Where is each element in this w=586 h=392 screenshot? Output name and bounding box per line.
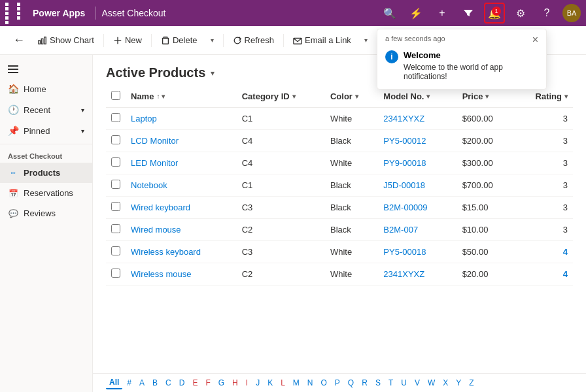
notif-title: Welcome: [404, 50, 538, 60]
row-name[interactable]: Wired keyboard: [126, 197, 237, 219]
rating-sort-icon[interactable]: ▾: [564, 93, 568, 100]
category-sort-icon[interactable]: ▾: [292, 93, 296, 100]
grid-icon[interactable]: [5, 3, 27, 24]
home-icon: 🏠: [8, 84, 18, 94]
pin-icon: 📌: [8, 125, 18, 136]
pagination-letter[interactable]: H: [229, 377, 241, 389]
name-sort-icon[interactable]: ↑ ▾: [156, 93, 165, 100]
row-checkbox[interactable]: [106, 241, 126, 263]
pagination-letter[interactable]: R: [358, 377, 371, 389]
pagination-letter[interactable]: P: [332, 377, 343, 389]
row-rating: 3: [514, 152, 573, 174]
pagination-letter[interactable]: I: [243, 377, 251, 389]
pagination-letter[interactable]: A: [136, 377, 148, 389]
pagination-letter[interactable]: Q: [345, 377, 357, 389]
new-button[interactable]: New: [108, 33, 147, 48]
pagination-letter[interactable]: L: [277, 377, 288, 389]
row-checkbox[interactable]: [106, 174, 126, 197]
show-chart-button[interactable]: Show Chart: [33, 33, 99, 48]
pagination-letter[interactable]: O: [318, 377, 330, 389]
title-chevron-icon[interactable]: ▾: [211, 69, 215, 78]
row-name[interactable]: LCD Monitor: [126, 130, 237, 152]
pagination-letter[interactable]: N: [304, 377, 317, 389]
row-checkbox[interactable]: [106, 219, 126, 241]
email-link-button[interactable]: Email a Link: [288, 33, 356, 48]
row-rating: 4: [514, 241, 573, 263]
row-model[interactable]: PY5-00018: [378, 241, 457, 263]
add-icon[interactable]: +: [432, 3, 453, 24]
row-model[interactable]: B2M-00009: [378, 197, 457, 219]
sidebar-item-reviews[interactable]: 💬 Reviews: [0, 203, 92, 223]
pagination-letter[interactable]: G: [215, 377, 228, 389]
sidebar-hamburger[interactable]: [0, 60, 92, 78]
pagination-letter[interactable]: Y: [453, 377, 464, 389]
pagination-letter[interactable]: U: [398, 377, 410, 389]
pagination-letter[interactable]: E: [189, 377, 201, 389]
color-sort-icon[interactable]: ▾: [355, 93, 358, 100]
refresh-button[interactable]: Refresh: [228, 33, 280, 48]
svg-rect-10: [8, 69, 18, 70]
row-checkbox[interactable]: [106, 130, 126, 152]
pagination-letter[interactable]: M: [290, 377, 303, 389]
pagination-letter[interactable]: T: [385, 377, 396, 389]
pagination-letter[interactable]: X: [439, 377, 451, 389]
row-model[interactable]: PY5-00012: [378, 130, 457, 152]
row-name[interactable]: Wired mouse: [126, 219, 237, 241]
notif-close-button[interactable]: ×: [532, 35, 538, 45]
back-button[interactable]: ←: [8, 31, 30, 50]
pagination-letter[interactable]: #: [124, 377, 135, 389]
sidebar-item-reservations[interactable]: 📅 Reservations: [0, 183, 92, 203]
row-model[interactable]: 2341XYXZ: [378, 108, 457, 130]
notification-icon[interactable]: 🔔 1: [484, 3, 505, 24]
pagination-letter[interactable]: W: [424, 377, 438, 389]
toolbar-chevron-email[interactable]: ▾: [359, 34, 373, 46]
pagination-letter[interactable]: F: [202, 377, 213, 389]
delete-button[interactable]: Delete: [156, 33, 203, 48]
row-category: C2: [237, 219, 325, 241]
row-name[interactable]: Notebook: [126, 174, 237, 197]
select-all-checkbox[interactable]: [111, 91, 120, 100]
row-name[interactable]: Wireless mouse: [126, 263, 237, 286]
pagination-letter[interactable]: D: [176, 377, 188, 389]
row-name[interactable]: Laptop: [126, 108, 237, 130]
pagination-letter[interactable]: Z: [466, 377, 477, 389]
model-sort-icon[interactable]: ▾: [426, 93, 430, 100]
pagination-letter[interactable]: J: [252, 377, 263, 389]
row-color: Black: [325, 130, 378, 152]
row-name[interactable]: LED Monitor: [126, 152, 237, 174]
pagination-letter[interactable]: K: [264, 377, 276, 389]
row-model[interactable]: J5D-00018: [378, 174, 457, 197]
toolbar-chevron-delete[interactable]: ▾: [205, 34, 219, 46]
avatar[interactable]: BA: [562, 4, 581, 22]
row-price: $10.00: [457, 219, 514, 241]
search-icon[interactable]: 🔍: [379, 3, 400, 24]
row-model[interactable]: B2M-007: [378, 219, 457, 241]
row-checkbox[interactable]: [106, 152, 126, 174]
row-model[interactable]: 2341XYXZ: [378, 263, 457, 286]
pagination-letter[interactable]: C: [162, 377, 175, 389]
sidebar-item-pinned[interactable]: 📌 Pinned ▾: [0, 120, 92, 141]
sidebar-item-products[interactable]: ●●● Products: [0, 163, 92, 183]
filter-icon[interactable]: [458, 3, 479, 24]
help-icon[interactable]: ?: [536, 3, 557, 24]
header-checkbox-col: [106, 86, 126, 108]
row-model[interactable]: PY9-00018: [378, 152, 457, 174]
row-checkbox[interactable]: [106, 197, 126, 219]
pagination-letter[interactable]: All: [106, 376, 122, 389]
row-checkbox[interactable]: [106, 108, 126, 130]
sidebar-item-home[interactable]: 🏠 Home: [0, 78, 92, 99]
table-row: LCD Monitor C4 Black PY5-00012 $200.00 3: [106, 130, 573, 152]
sidebar-item-recent[interactable]: 🕐 Recent ▾: [0, 99, 92, 120]
row-rating: 3: [514, 108, 573, 130]
lightning-icon[interactable]: ⚡: [405, 3, 426, 24]
settings-icon[interactable]: ⚙: [510, 3, 531, 24]
table-body: Laptop C1 White 2341XYXZ $600.00 3 LCD M…: [106, 108, 573, 286]
pagination-letter[interactable]: V: [411, 377, 423, 389]
price-sort-icon[interactable]: ▾: [485, 93, 489, 100]
sidebar-section-label: Asset Checkout: [0, 147, 92, 163]
row-name[interactable]: Wireless keyboard: [126, 241, 237, 263]
row-checkbox[interactable]: [106, 263, 126, 286]
pagination-letter[interactable]: S: [372, 377, 384, 389]
pagination-letter[interactable]: B: [149, 377, 161, 389]
app-title: Asset Checkout: [101, 8, 165, 18]
